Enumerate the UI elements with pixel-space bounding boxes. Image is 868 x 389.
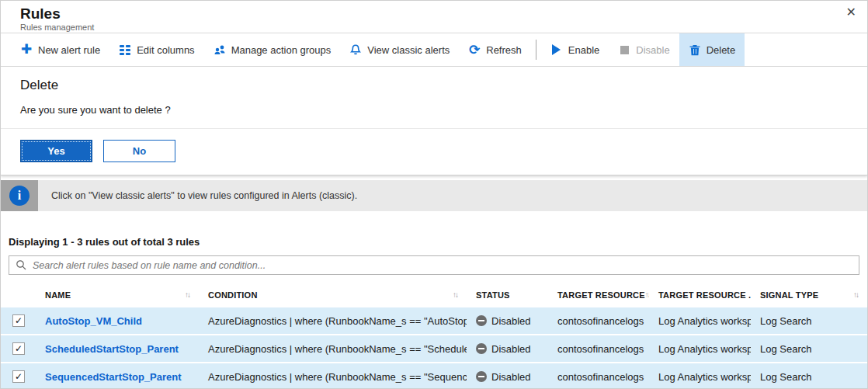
stop-icon bbox=[618, 43, 630, 56]
confirm-title: Delete bbox=[20, 78, 848, 93]
rule-status: Disabled bbox=[467, 315, 548, 327]
row-checkbox[interactable]: ✓ bbox=[12, 342, 25, 355]
column-header-condition[interactable]: CONDITION↑↓ bbox=[199, 290, 467, 300]
column-header-status[interactable]: STATUS bbox=[467, 290, 548, 300]
table-header-row: NAME↑↓ CONDITION↑↓ STATUS TARGET RESOURC… bbox=[1, 282, 867, 307]
plus-icon: ✚ bbox=[20, 43, 33, 56]
delete-label: Delete bbox=[707, 44, 736, 56]
rule-name-link[interactable]: ScheduledStartStop_Parent bbox=[45, 343, 179, 355]
column-header-target-resource-type[interactable]: TARGET RESOURCE ...↑↓ bbox=[649, 290, 751, 300]
column-header-target-resource[interactable]: TARGET RESOURCE↑↓ bbox=[548, 290, 649, 300]
info-banner-text: Click on "View classic alerts" to view r… bbox=[38, 190, 357, 201]
blade-header: Rules Rules management ✕ bbox=[1, 1, 867, 33]
rule-signal-type: Log Search bbox=[751, 315, 867, 327]
rule-target-resource-type: Log Analytics worksp... bbox=[649, 343, 751, 355]
play-icon bbox=[550, 43, 563, 56]
no-button[interactable]: No bbox=[103, 140, 175, 162]
disabled-status-icon bbox=[476, 371, 487, 382]
table-row[interactable]: ✓ ScheduledStartStop_Parent AzureDiagnos… bbox=[1, 335, 867, 362]
disabled-status-icon bbox=[476, 343, 487, 354]
page-title: Rules bbox=[20, 5, 867, 23]
column-header-name[interactable]: NAME↑↓ bbox=[36, 290, 199, 300]
refresh-icon: ⟳ bbox=[468, 43, 481, 56]
rule-signal-type: Log Search bbox=[751, 371, 867, 383]
close-icon[interactable]: ✕ bbox=[846, 5, 856, 19]
rule-name-link[interactable]: SequencedStartStop_Parent bbox=[45, 371, 182, 383]
manage-action-groups-button[interactable]: Manage action groups bbox=[204, 33, 341, 66]
rule-target-resource: contosofinancelogs bbox=[548, 315, 649, 327]
search-input[interactable] bbox=[9, 255, 859, 275]
delete-button[interactable]: Delete bbox=[679, 33, 745, 66]
rule-name-link[interactable]: AutoStop_VM_Child bbox=[45, 315, 142, 327]
search-icon bbox=[16, 259, 26, 270]
rule-target-resource-type: Log Analytics worksp... bbox=[649, 315, 751, 327]
rules-table: NAME↑↓ CONDITION↑↓ STATUS TARGET RESOURC… bbox=[1, 282, 867, 389]
refresh-button[interactable]: ⟳ Refresh bbox=[459, 33, 531, 66]
row-checkbox[interactable]: ✓ bbox=[12, 370, 25, 383]
rule-target-resource-type: Log Analytics worksp... bbox=[649, 371, 751, 383]
rule-target-resource: contosofinancelogs bbox=[548, 343, 649, 355]
disable-button: Disable bbox=[609, 33, 679, 66]
rules-blade: Rules Rules management ✕ ✚ New alert rul… bbox=[0, 0, 868, 389]
yes-button[interactable]: Yes bbox=[20, 140, 92, 162]
rule-status: Disabled bbox=[467, 371, 548, 383]
rule-status: Disabled bbox=[467, 343, 548, 355]
table-row[interactable]: ✓ SequencedStartStop_Parent AzureDiagnos… bbox=[1, 363, 867, 389]
rule-condition: AzureDiagnostics | where (RunbookName_s … bbox=[199, 371, 467, 383]
enable-button[interactable]: Enable bbox=[541, 33, 609, 66]
info-banner: i Click on "View classic alerts" to view… bbox=[1, 180, 867, 211]
manage-action-groups-label: Manage action groups bbox=[231, 44, 332, 56]
edit-columns-button[interactable]: Edit columns bbox=[109, 33, 203, 66]
rule-target-resource: contosofinancelogs bbox=[548, 371, 649, 383]
rule-condition: AzureDiagnostics | where (RunbookName_s … bbox=[199, 343, 467, 355]
toolbar: ✚ New alert rule Edit columns Manage act… bbox=[1, 33, 867, 67]
toolbar-divider bbox=[536, 40, 536, 60]
trash-icon bbox=[689, 43, 701, 56]
people-icon bbox=[214, 43, 226, 56]
page-subtitle: Rules management bbox=[20, 23, 867, 32]
table-row[interactable]: ✓ AutoStop_VM_Child AzureDiagnostics | w… bbox=[1, 307, 867, 334]
row-checkbox[interactable]: ✓ bbox=[12, 314, 25, 327]
sort-icon[interactable]: ↑↓ bbox=[185, 290, 189, 299]
columns-icon bbox=[119, 43, 131, 56]
column-header-signal-type[interactable]: SIGNAL TYPE↑↓ bbox=[751, 290, 867, 300]
info-icon: i bbox=[9, 186, 30, 206]
view-classic-alerts-label: View classic alerts bbox=[367, 44, 450, 56]
disabled-status-icon bbox=[476, 315, 487, 326]
sort-icon[interactable]: ↑↓ bbox=[453, 290, 457, 299]
view-classic-alerts-button[interactable]: View classic alerts bbox=[340, 33, 459, 66]
rules-count-summary: Displaying 1 - 3 rules out of total 3 ru… bbox=[9, 236, 867, 248]
info-badge: i bbox=[1, 180, 38, 211]
sort-icon[interactable]: ↑↓ bbox=[853, 290, 858, 299]
edit-columns-label: Edit columns bbox=[137, 44, 194, 56]
rule-signal-type: Log Search bbox=[751, 343, 867, 355]
disable-label: Disable bbox=[636, 44, 669, 56]
delete-confirm-panel: Delete Are you sure you want to delete ?… bbox=[1, 67, 867, 175]
bell-icon bbox=[349, 43, 362, 56]
refresh-label: Refresh bbox=[486, 44, 522, 56]
new-alert-rule-button[interactable]: ✚ New alert rule bbox=[11, 33, 109, 66]
rule-condition: AzureDiagnostics | where (RunbookName_s … bbox=[199, 315, 467, 327]
new-alert-rule-label: New alert rule bbox=[38, 44, 100, 56]
confirm-message: Are you sure you want to delete ? bbox=[20, 104, 848, 116]
enable-label: Enable bbox=[568, 44, 599, 56]
search-box bbox=[9, 255, 859, 275]
